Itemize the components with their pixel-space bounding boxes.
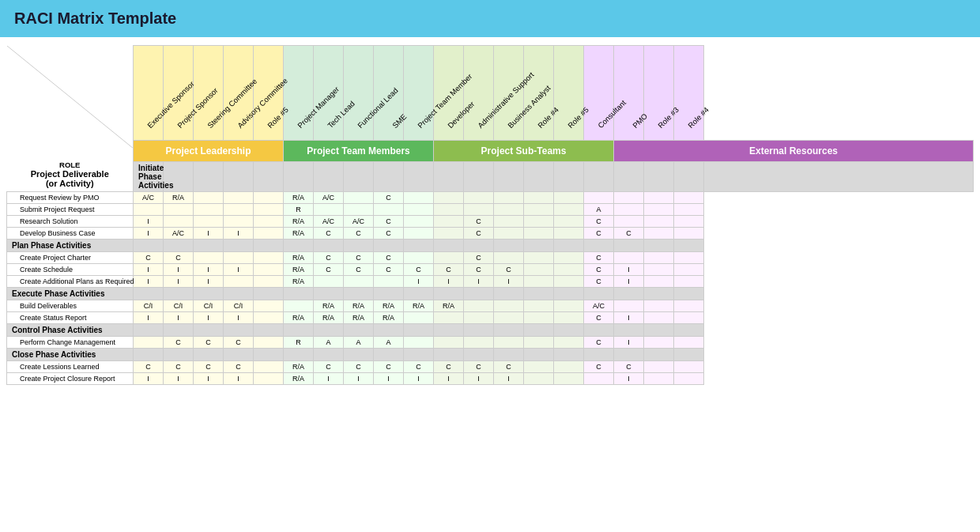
cell-2-1-13 [524, 312, 554, 324]
cell-0-1-8 [374, 204, 404, 216]
cell-1-1-16: I [614, 264, 644, 276]
activity-name-4-1: Create Project Closure Report [7, 373, 134, 385]
cell-0-2-11: C [464, 216, 494, 228]
cell-3-0-7: A [344, 337, 374, 349]
cell-3-0-13 [524, 337, 554, 349]
cell-1-1-5: R/A [284, 264, 314, 276]
activity-name-4-0: Create Lessions Learned [7, 361, 134, 373]
cell-0-2-17 [644, 216, 674, 228]
cell-4-1-9: I [404, 373, 434, 385]
cell-1-2-11: I [464, 276, 494, 288]
phase-cell-3-4 [254, 324, 284, 337]
cell-3-0-2: C [194, 337, 224, 349]
phase-cell-3-5 [284, 324, 314, 337]
cell-0-0-1: R/A [164, 192, 194, 204]
phase-cell-0-13 [554, 162, 584, 192]
cell-0-0-15 [584, 192, 614, 204]
cell-1-2-17 [644, 276, 674, 288]
phase-cell-3-13 [524, 324, 554, 337]
group-header-2: Project Sub-Teams [434, 141, 614, 162]
phase-cell-1-9 [404, 240, 434, 252]
phase-cell-1-1 [164, 240, 194, 252]
phase-cell-4-18 [674, 349, 704, 361]
phase-cell-4-5 [284, 349, 314, 361]
cell-1-2-15: C [584, 276, 614, 288]
cell-1-2-2: I [194, 276, 224, 288]
cell-0-1-3 [224, 204, 254, 216]
cell-4-1-13 [524, 373, 554, 385]
cell-0-3-12 [494, 228, 524, 240]
cell-3-0-14 [554, 337, 584, 349]
phase-header-1: Plan Phase Activities [7, 240, 134, 252]
cell-4-0-10: C [434, 361, 464, 373]
cell-0-1-13 [524, 204, 554, 216]
phase-cell-0-11 [494, 162, 524, 192]
cell-0-0-6: A/C [314, 192, 344, 204]
phase-cell-2-17 [644, 288, 674, 300]
phase-cell-4-17 [644, 349, 674, 361]
cell-0-3-1: A/C [164, 228, 194, 240]
cell-2-1-16: I [614, 312, 644, 324]
cell-4-0-9: C [404, 361, 434, 373]
phase-cell-4-6 [314, 349, 344, 361]
phase-cell-4-1 [164, 349, 194, 361]
phase-cell-1-8 [374, 240, 404, 252]
cell-1-1-7: C [344, 264, 374, 276]
cell-4-0-8: C [374, 361, 404, 373]
role-header-16: PMO [614, 46, 644, 141]
cell-0-3-16: C [614, 228, 644, 240]
cell-1-1-12: C [494, 264, 524, 276]
phase-cell-4-15 [584, 349, 614, 361]
phase-cell-1-2 [194, 240, 224, 252]
cell-2-0-17 [644, 300, 674, 312]
cell-1-2-4 [254, 276, 284, 288]
cell-0-1-17 [644, 204, 674, 216]
cell-1-1-8: C [374, 264, 404, 276]
deliverable-label: Project Deliverable(or Activity) [12, 169, 129, 188]
role-header-11: Administrative Support [464, 46, 494, 141]
cell-2-1-18 [674, 312, 704, 324]
role-header-5: Project Manager [284, 46, 314, 141]
phase-cell-3-10 [434, 324, 464, 337]
cell-0-1-10 [434, 204, 464, 216]
cell-0-1-0 [134, 204, 164, 216]
cell-2-0-7: R/A [344, 300, 374, 312]
phase-cell-1-16 [614, 240, 644, 252]
cell-4-1-1: I [164, 373, 194, 385]
phase-cell-0-18 [704, 162, 974, 192]
cell-0-2-15: C [584, 216, 614, 228]
cell-3-0-6: A [314, 337, 344, 349]
cell-0-1-7 [344, 204, 374, 216]
svg-line-0 [7, 46, 134, 149]
phase-cell-2-6 [314, 288, 344, 300]
phase-cell-1-11 [464, 240, 494, 252]
phase-cell-1-15 [584, 240, 614, 252]
cell-0-2-13 [524, 216, 554, 228]
activity-name-1-0: Create Project Charter [7, 252, 134, 264]
cell-0-2-7: A/C [344, 216, 374, 228]
phase-cell-3-6 [314, 324, 344, 337]
phase-cell-1-17 [644, 240, 674, 252]
activity-name-1-2: Create Additional Plans as Required [7, 276, 134, 288]
cell-4-1-10: I [434, 373, 464, 385]
cell-0-3-4 [254, 228, 284, 240]
cell-0-0-12 [494, 192, 524, 204]
cell-0-1-15: A [584, 204, 614, 216]
activity-name-0-1: Submit Project Request [7, 204, 134, 216]
cell-4-0-12: C [494, 361, 524, 373]
cell-1-0-14 [554, 252, 584, 264]
cell-2-0-14 [554, 300, 584, 312]
phase-cell-3-12 [494, 324, 524, 337]
cell-0-0-17 [644, 192, 674, 204]
cell-0-0-10 [434, 192, 464, 204]
role-header-18: Role #4 [674, 46, 704, 141]
cell-2-0-2: C/I [194, 300, 224, 312]
phase-cell-3-15 [584, 324, 614, 337]
group-header-1: Project Team Members [284, 141, 434, 162]
cell-3-0-15: C [584, 337, 614, 349]
cell-3-0-12 [494, 337, 524, 349]
phase-cell-0-6 [344, 162, 374, 192]
phase-cell-2-8 [374, 288, 404, 300]
phase-cell-1-0 [134, 240, 164, 252]
cell-2-1-6: R/A [314, 312, 344, 324]
